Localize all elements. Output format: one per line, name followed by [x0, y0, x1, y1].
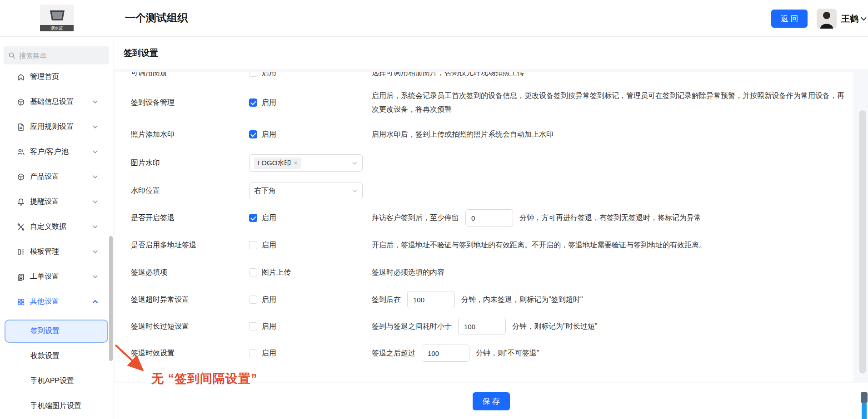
search-input[interactable]	[19, 52, 96, 59]
row-description: 签到后在	[372, 293, 401, 306]
minutes-input[interactable]	[422, 345, 469, 362]
row-description: 分钟，方可再进行签退，有签到无签退时，将标记为异常	[519, 211, 701, 225]
row-label: 可调用图册	[131, 72, 249, 78]
row-label: 图片水印	[131, 158, 249, 168]
select-tag: LOGO水印×	[254, 158, 301, 169]
sidebar-subitem-label: 手机端图片设置	[30, 401, 81, 411]
sidebar-item-6[interactable]: 自定义数据	[0, 214, 109, 239]
sidebar-item-9[interactable]: 其他设置	[0, 289, 109, 314]
form-row-10: 签退时效设置启用签退之后超过分钟，则"不可签退"	[131, 340, 853, 367]
row-label: 是否启用多地址签退	[131, 241, 249, 250]
document-icon	[17, 123, 25, 131]
sidebar-item-8[interactable]: 工单设置	[0, 264, 109, 289]
chevron-down-icon	[352, 188, 358, 194]
sidebar-item-7[interactable]: 模板管理	[0, 239, 109, 264]
form-row-3: 图片水印LOGO水印×	[131, 149, 853, 177]
sidebar-item-0[interactable]: 管理首页	[0, 64, 109, 89]
enable-checkbox[interactable]	[249, 241, 257, 249]
chevron-down-icon	[92, 224, 98, 230]
minutes-input[interactable]	[407, 291, 455, 308]
sidebar-subitem-0[interactable]: 签到设置	[5, 320, 108, 343]
enable-checkbox[interactable]	[249, 296, 257, 304]
org-logo: 沥水篮	[40, 5, 74, 31]
checkbox-label: 启用	[262, 241, 276, 250]
sidebar-item-label: 客户/客户池	[30, 147, 68, 157]
page-titlebar: 签到设置	[114, 37, 868, 69]
user-avatar[interactable]	[817, 9, 837, 29]
settings-card: 可调用图册启用选择可调用相册图片，否则仅允许现场拍照上传签到设备管理启用启用后，…	[115, 72, 853, 382]
enable-checkbox[interactable]	[249, 214, 257, 222]
row-description: 分钟，内未签退，则标记为"签到超时"	[461, 293, 583, 306]
form-row-8: 签退超时异常设置启用签到后在分钟，内未签退，则标记为"签到超时"	[131, 286, 853, 313]
chevron-down-icon	[92, 99, 98, 105]
tools-icon	[17, 223, 25, 231]
chevron-down-icon[interactable]	[860, 15, 867, 24]
sidebar-item-4[interactable]: 产品设置	[0, 164, 109, 189]
row-label: 签退时长过短设置	[131, 322, 249, 331]
watermark-multiselect[interactable]: LOGO水印×	[249, 154, 363, 172]
bell-icon	[17, 198, 25, 206]
sidebar-item-label: 模板管理	[30, 247, 59, 256]
checkbox-label: 启用	[262, 130, 276, 139]
form-row-0: 可调用图册启用选择可调用相册图片，否则仅允许现场拍照上传	[131, 72, 853, 85]
user-name[interactable]: 王鹤	[841, 13, 858, 25]
sidebar-item-label: 自定义数据	[30, 222, 66, 232]
remove-tag-icon[interactable]: ×	[294, 159, 297, 167]
select-value: 右下角	[254, 186, 276, 196]
page-title: 签到设置	[124, 47, 158, 59]
cube-icon	[17, 98, 25, 106]
checkbox-label: 启用	[262, 295, 276, 305]
row-label: 照片添加水印	[131, 130, 249, 139]
sidebar-subitem-label: 手机APP设置	[30, 376, 74, 386]
minutes-input[interactable]	[458, 318, 506, 335]
enable-checkbox[interactable]	[249, 349, 257, 357]
position-select[interactable]: 右下角	[249, 182, 363, 199]
sidebar-item-1[interactable]: 基础信息设置	[0, 89, 109, 114]
row-description: 启用后，系统会记录员工首次签到的设备信息，更改设备签到按异常签到标记，管理员可在…	[372, 89, 847, 116]
sidebar-subitem-2[interactable]: 手机APP设置	[0, 369, 109, 394]
save-button[interactable]: 保 存	[473, 392, 510, 410]
row-description: 分钟，则"不可签退"	[476, 346, 539, 360]
form-row-7: 签退必填项图片上传签退时必须选填的内容	[131, 259, 853, 286]
enable-checkbox[interactable]	[249, 322, 257, 330]
sidebar-item-label: 其他设置	[30, 297, 59, 306]
sidebar: 管理首页基础信息设置应用规则设置客户/客户池产品设置提醒设置自定义数据模板管理工…	[0, 37, 114, 419]
chevron-down-icon	[92, 249, 98, 255]
grid-icon	[17, 298, 25, 306]
form-row-4: 水印位置右下角	[131, 177, 853, 204]
back-button[interactable]: 返 回	[771, 10, 808, 28]
annotation-text: 无 “签到间隔设置”	[151, 370, 258, 387]
sidebar-item-2[interactable]: 应用规则设置	[0, 114, 109, 139]
row-label: 签退必填项	[131, 268, 249, 277]
sidebar-item-3[interactable]: 客户/客户池	[0, 139, 109, 164]
row-description: 签退之后超过	[372, 346, 415, 360]
product-icon	[17, 173, 25, 181]
minutes-input[interactable]	[465, 209, 513, 227]
checkbox-label: 启用	[262, 349, 276, 358]
users-icon	[17, 148, 25, 156]
enable-checkbox[interactable]	[249, 130, 257, 138]
page-scrollbar[interactable]	[859, 110, 866, 374]
form-row-9: 签退时长过短设置启用签到与签退之间耗时小于分钟，则标记为"时长过短"	[131, 313, 853, 340]
sidebar-subitem-3[interactable]: 手机端图片设置	[0, 394, 109, 419]
checkbox-label: 启用	[262, 322, 276, 331]
floating-tool-widget[interactable]	[860, 392, 868, 419]
sidebar-item-5[interactable]: 提醒设置	[0, 189, 109, 214]
row-label: 水印位置	[131, 186, 249, 196]
enable-checkbox[interactable]	[249, 72, 257, 77]
checkbox-label: 图片上传	[262, 268, 291, 277]
chevron-down-icon	[92, 124, 98, 130]
chevron-down-icon	[92, 149, 98, 155]
row-description: 启用水印后，签到上传或拍照的照片系统会自动加上水印	[372, 128, 554, 141]
sidebar-item-label: 应用规则设置	[30, 122, 74, 132]
sidebar-item-label: 工单设置	[30, 272, 59, 281]
home-icon	[17, 73, 25, 81]
app-header: 沥水篮 一个测试组织 返 回 王鹤	[0, 0, 868, 37]
sidebar-search[interactable]	[4, 46, 109, 64]
row-description: 拜访客户签到后，至少停留	[372, 211, 459, 225]
row-description: 分钟，则标记为"时长过短"	[512, 320, 597, 333]
form-row-2: 照片添加水印启用启用水印后，签到上传或拍照的照片系统会自动加上水印	[131, 120, 853, 149]
enable-checkbox[interactable]	[249, 268, 257, 276]
enable-checkbox[interactable]	[249, 99, 257, 107]
sidebar-subitem-1[interactable]: 收款设置	[0, 344, 109, 369]
